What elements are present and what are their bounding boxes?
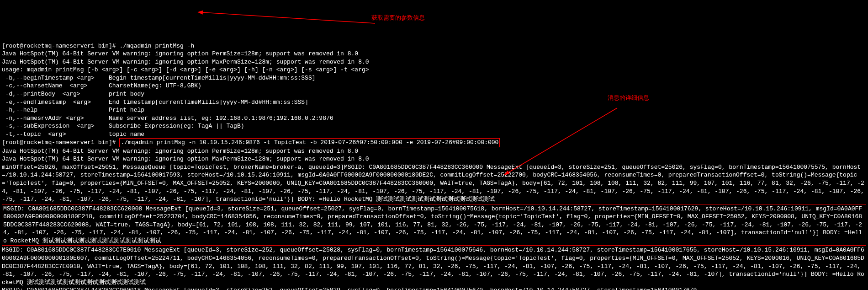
option-e: -e,--endTimestamp <arg> End timestamp[cu… [2,99,308,106]
arrow-to-params [192,2,377,29]
shell-prompt-1: [root@rocketmq-nameserver1 bin]# ./mqadm… [2,43,194,49]
option-t: -t,--topic <arg> topic name [2,131,144,138]
jvm-warning: Java HotSpot(TM) 64-Bit Server VM warnin… [2,156,369,162]
option-c: -c,--charsetName <arg> CharsetName(eg: U… [2,82,201,89]
message-output-3: MSGID: C0A801685DDC0C387F448283CC7E0010 … [2,247,864,285]
option-h: -h,--help Print help [2,107,144,113]
jvm-warning: Java HotSpot(TM) 64-Bit Server VM warnin… [2,148,358,155]
svg-line-0 [201,12,375,23]
usage-line: usage: mqadmin printMsg [-b <arg>] [-c <… [2,66,369,73]
command-2-highlighted[interactable]: ./mqadmin printMsg -n 10.10.15.246:9876 … [119,138,500,147]
option-b: -b,--beginTimestamp <arg> Begin timestam… [2,75,316,81]
option-n: -n,--namesrvAddr <arg> Name server addre… [2,115,333,122]
message-output-4: MSGID: C0A801685DDC0C387F448283CC960018 … [2,287,697,290]
shell-prompt-2: [root@rocketmq-nameserver1 bin]# ./mqadm… [2,139,500,146]
annotation-params: 获取需要的参数信息 [371,14,425,22]
annotation-msgdetail: 消息的详细信息 [608,94,649,102]
terminal-output: [root@rocketmq-nameserver1 bin]# ./mqadm… [2,34,866,290]
jvm-warning: Java HotSpot(TM) 64-Bit Server VM warnin… [2,59,369,65]
jvm-warning: Java HotSpot(TM) 64-Bit Server VM warnin… [2,50,358,57]
option-d: -d,--printBody <arg> print body [2,91,144,97]
message-output-2-highlighted: MSGID: C0A801685DDC0C387F448283CC620008 … [2,204,866,246]
message-output-1: minOffset=25026, maxOffset=25051, Messag… [2,164,868,203]
command-1[interactable]: ./mqadmin printMsg -h [119,43,194,49]
option-s: -s,--subExpression <arg> Subscribe Expre… [2,123,244,129]
